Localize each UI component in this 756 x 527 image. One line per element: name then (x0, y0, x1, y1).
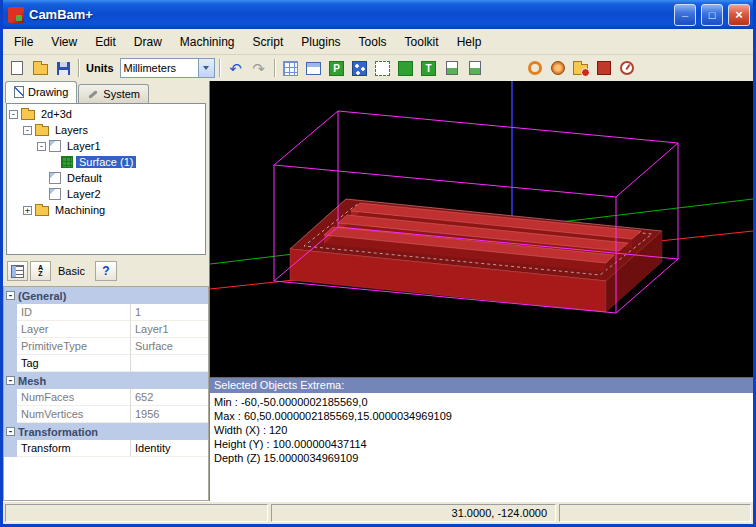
units-dropdown-button[interactable] (198, 59, 214, 77)
collapse-icon[interactable]: - (37, 142, 46, 151)
drawing-tab-icon (14, 86, 24, 98)
script-doc-icon (469, 61, 481, 75)
title-bar[interactable]: CamBam+ _ □ × (3, 0, 753, 29)
units-value: Millimeters (121, 62, 198, 74)
tree-label-layers: Layers (52, 124, 91, 136)
units-label: Units (86, 62, 114, 74)
info-panel: Selected Objects Extrema: Min : -60,-50.… (210, 377, 753, 501)
menu-edit[interactable]: Edit (86, 32, 125, 52)
minimize-button[interactable]: _ (674, 4, 696, 26)
polyline-button[interactable]: P (326, 57, 348, 79)
property-value[interactable]: 1 (131, 304, 208, 321)
menu-draw[interactable]: Draw (125, 32, 171, 52)
save-file-button[interactable] (52, 57, 74, 79)
category-strip (4, 406, 17, 423)
collapse-icon[interactable]: - (6, 427, 15, 436)
drill-op-button[interactable] (570, 57, 592, 79)
category-mesh[interactable]: - Mesh (4, 372, 208, 389)
undo-button[interactable]: ↶ (225, 57, 247, 79)
property-label: NumVertices (17, 406, 131, 423)
tree-item-surface[interactable]: Surface (1) (7, 154, 205, 170)
help-button[interactable]: ? (95, 261, 117, 281)
category-general[interactable]: - (General) (4, 287, 208, 304)
folder-icon (21, 110, 35, 120)
pocket-op-button[interactable] (547, 57, 569, 79)
tab-drawing-label: Drawing (28, 86, 68, 98)
profile-icon (528, 61, 542, 75)
menu-machining[interactable]: Machining (171, 32, 244, 52)
category-transformation[interactable]: - Transformation (4, 423, 208, 440)
rectangle-button[interactable] (372, 57, 394, 79)
layer-icon (49, 172, 61, 184)
grid-toggle-button[interactable] (280, 57, 302, 79)
property-value[interactable]: Layer1 (131, 321, 208, 338)
app-icon (8, 7, 24, 23)
folder-icon (35, 206, 49, 216)
alphabetical-sort-button[interactable]: A Z (30, 261, 51, 281)
property-row-numvertices: NumVertices 1956 (4, 406, 208, 423)
tree-item-layers[interactable]: - Layers (7, 122, 205, 138)
property-value[interactable]: 652 (131, 389, 208, 406)
collapse-icon[interactable]: - (6, 376, 15, 385)
tree-item-machining[interactable]: + Machining (7, 202, 205, 218)
collapse-icon[interactable]: - (6, 291, 15, 300)
chevron-down-icon (203, 66, 209, 70)
menu-view[interactable]: View (42, 32, 86, 52)
menu-script[interactable]: Script (244, 32, 293, 52)
categorized-view-button[interactable] (7, 261, 28, 281)
category-strip (4, 321, 17, 338)
collapse-icon[interactable]: - (23, 126, 32, 135)
close-button[interactable]: × (728, 4, 750, 26)
menu-plugins[interactable]: Plugins (292, 32, 349, 52)
menu-tools[interactable]: Tools (350, 32, 396, 52)
point-list-button[interactable] (349, 57, 371, 79)
engrave-op-button[interactable] (593, 57, 615, 79)
basic-mode-label[interactable]: Basic (58, 265, 85, 277)
tab-drawing[interactable]: Drawing (5, 81, 77, 103)
redo-button[interactable]: ↷ (248, 57, 270, 79)
cursor-coordinates-value: 31.0000, -124.0000 (452, 507, 547, 519)
content-area: Drawing System - 2d+3d - Layers (3, 81, 753, 501)
undo-icon: ↶ (229, 61, 242, 76)
profile-op-button[interactable] (524, 57, 546, 79)
region-button[interactable] (395, 57, 417, 79)
collapse-icon[interactable]: - (9, 110, 18, 119)
viewport-3d[interactable] (210, 81, 753, 377)
units-select[interactable]: Millimeters (120, 58, 215, 78)
text-button[interactable]: T (418, 57, 440, 79)
property-label: Layer (17, 321, 131, 338)
tree-item-layer1[interactable]: - Layer1 (7, 138, 205, 154)
tree-item-layer2[interactable]: Layer2 (7, 186, 205, 202)
new-document-button[interactable] (6, 57, 28, 79)
category-strip (4, 389, 17, 406)
right-panel: Selected Objects Extrema: Min : -60,-50.… (209, 81, 753, 501)
left-panel: Drawing System - 2d+3d - Layers (3, 81, 209, 501)
expand-icon[interactable]: + (23, 206, 32, 215)
surface-button[interactable] (441, 57, 463, 79)
open-file-button[interactable] (29, 57, 51, 79)
property-row-transform: Transform Identity (4, 440, 208, 457)
property-value[interactable]: Identity (131, 440, 208, 457)
menu-file[interactable]: File (5, 32, 42, 52)
extrema-min: Min : -60,-50.0000002185569,0 (214, 395, 749, 409)
point-table-button[interactable] (303, 57, 325, 79)
property-label: PrimitiveType (17, 338, 131, 355)
property-label: Transform (17, 440, 131, 457)
property-value[interactable]: 1956 (131, 406, 208, 423)
property-label: NumFaces (17, 389, 131, 406)
property-value[interactable] (131, 355, 208, 372)
maximize-button[interactable]: □ (701, 4, 723, 26)
toolbar-separator (219, 59, 221, 77)
layer-icon (49, 188, 61, 200)
script-object-button[interactable] (464, 57, 486, 79)
tree-item-2d3d[interactable]: - 2d+3d (7, 106, 205, 122)
menu-toolkit[interactable]: Toolkit (396, 32, 448, 52)
tab-system[interactable]: System (78, 84, 149, 103)
menu-help[interactable]: Help (448, 32, 491, 52)
tree-item-default[interactable]: Default (7, 170, 205, 186)
tree-label-default: Default (64, 172, 105, 184)
property-value[interactable]: Surface (131, 338, 208, 355)
category-strip (4, 440, 17, 457)
speeds-op-button[interactable] (616, 57, 638, 79)
property-row-layer: Layer Layer1 (4, 321, 208, 338)
